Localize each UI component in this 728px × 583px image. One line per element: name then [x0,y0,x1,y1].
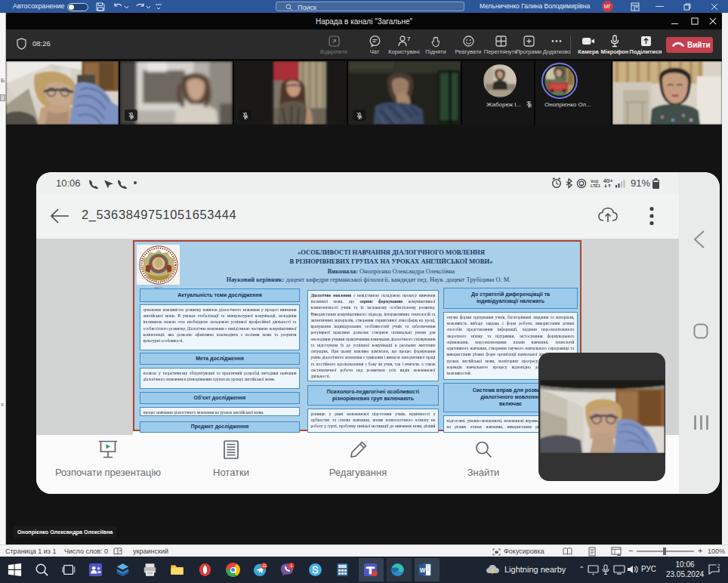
svg-text:4G+: 4G+ [603,178,613,184]
svg-text:Vo)): Vo)) [591,179,598,184]
svg-text:Жаборюк І...: Жаборюк І... [486,101,521,108]
svg-text:Онопрієнко Ол...: Онопрієнко Ол... [544,101,591,108]
svg-text:.11: .11 [261,564,267,568]
svg-text:2: 2 [717,563,720,569]
svg-text:LTE1: LTE1 [591,184,600,188]
svg-text:7: 7 [407,35,411,42]
svg-text:W: W [420,567,426,574]
svg-text:1: 1 [290,563,292,568]
